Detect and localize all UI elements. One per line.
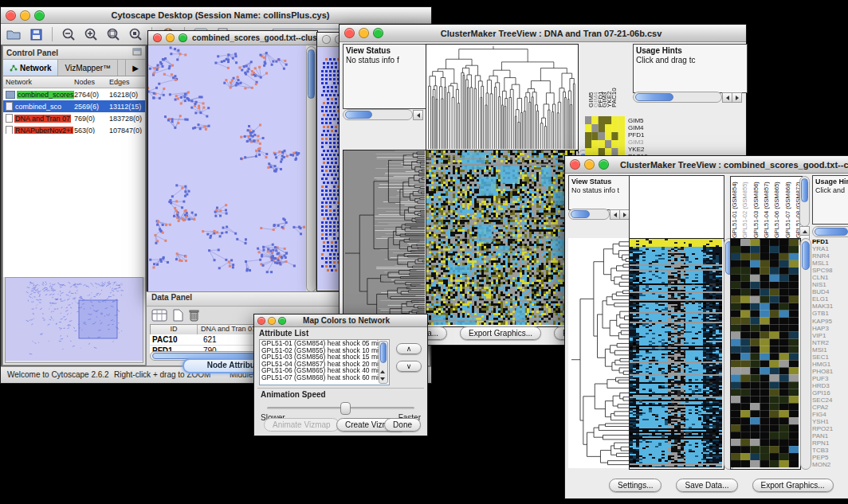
slider-thumb[interactable] <box>340 402 351 415</box>
gene-label: YRA1 <box>812 245 848 252</box>
network-overview-canvas[interactable] <box>6 278 143 361</box>
row-dendrogram-panel[interactable] <box>568 238 629 468</box>
network-canvas[interactable] <box>148 45 306 291</box>
animate-vizmap-button[interactable]: Animate Vizmap <box>264 418 340 432</box>
scroll-up-button[interactable] <box>380 370 385 373</box>
zoom-fit-button[interactable] <box>104 25 123 43</box>
gene-label: GTB1 <box>812 310 848 317</box>
window-controls[interactable] <box>1 10 49 21</box>
main-window-title: Cytoscape Desktop (Session Name: collins… <box>49 10 391 20</box>
save-button[interactable] <box>26 25 45 43</box>
network-overview-panel[interactable] <box>5 277 143 363</box>
move-down-button[interactable]: ∨ <box>396 361 422 372</box>
attribute-list-item[interactable]: GPL51-07 (GSM868) heat shock 60 min <box>260 374 389 381</box>
network-vscrollbar[interactable] <box>306 46 316 292</box>
minimize-icon[interactable] <box>268 317 276 325</box>
row-dendrogram-panel[interactable] <box>343 150 427 327</box>
treeview2-titlebar[interactable]: ClusterMaker TreeView : combined_scores_… <box>565 156 848 174</box>
gene-label: HMG1 <box>812 361 848 368</box>
zoom-selected-button[interactable] <box>126 25 145 43</box>
column-dendrogram-panel[interactable] <box>426 44 579 151</box>
new-attribute-icon[interactable] <box>172 309 183 325</box>
treeview2-button[interactable]: Save Data... <box>676 479 737 492</box>
zoom-window-icon[interactable] <box>179 33 187 42</box>
delete-attribute-icon[interactable] <box>188 309 199 325</box>
detail-heatmap-panel[interactable] <box>730 238 801 470</box>
gene-label: MSI1 <box>812 346 848 354</box>
treeview2-window: ClusterMaker TreeView : combined_scores_… <box>564 155 848 499</box>
tab-network[interactable]: Network <box>3 60 58 76</box>
scroll-left-button[interactable] <box>413 110 423 120</box>
gene-label: TCB3 <box>812 447 848 454</box>
view-status-panel: View Status No status info t <box>568 175 632 210</box>
treeview1-titlebar[interactable]: ClusterMaker TreeView : DNA and Tran 07-… <box>340 25 746 42</box>
gene-label: HRD3 <box>812 382 848 389</box>
column-dendrogram-panel[interactable] <box>629 175 724 239</box>
network-table-row[interactable]: combined_scores 2764(0) 16218(0) <box>3 88 145 100</box>
attribute-list-label: Attribute List <box>259 329 308 338</box>
network-table-row[interactable]: DNA and Tran 07 769(0) 183728(0) <box>3 112 145 124</box>
dialog-titlebar[interactable]: Map Colors to Network <box>254 315 427 327</box>
gene-label: RPO21 <box>812 425 848 432</box>
close-icon[interactable] <box>570 159 580 170</box>
tab-vizmapper[interactable]: VizMapper™ <box>58 60 118 76</box>
heatmap-panel[interactable] <box>426 150 579 327</box>
done-button[interactable]: Done <box>384 418 421 432</box>
zoom-in-button[interactable] <box>81 25 100 43</box>
control-panel-title: Control Panel <box>6 49 58 57</box>
zoom-window-icon[interactable] <box>599 159 609 170</box>
experiment-labels-vscrollbar[interactable] <box>799 176 810 227</box>
zoom-window-icon[interactable] <box>373 28 383 38</box>
select-attributes-icon[interactable] <box>151 309 167 325</box>
gene-label: SEC24 <box>812 397 848 404</box>
network-view-titlebar[interactable]: combined_scores_good.txt--cluste... <box>148 31 317 45</box>
treeview2-button[interactable]: Settings... <box>609 479 662 492</box>
treeview1-title: ClusterMaker TreeView : DNA and Tran 07-… <box>388 29 714 38</box>
dialog-title: Map Colors to Network <box>289 316 403 325</box>
toolbar-separator <box>52 27 53 41</box>
main-titlebar[interactable]: Cytoscape Desktop (Session Name: collins… <box>1 7 431 24</box>
animation-speed-label: Animation Speed <box>261 390 326 399</box>
gene-label-list: PFD1YRA1RNR4MSL1SPC98CLN1NIS1BUD4ELG1MAK… <box>812 238 848 468</box>
treeview2-button[interactable]: Export Graphics... <box>752 479 834 492</box>
close-icon[interactable] <box>6 10 16 21</box>
gene-label: PFD1 <box>812 238 848 245</box>
attribute-list-vscrollbar[interactable] <box>379 341 388 384</box>
gene-label: SEC1 <box>812 354 848 361</box>
treeview1-status-hscrollbar[interactable] <box>343 109 413 120</box>
zoom-window-icon[interactable] <box>278 317 286 325</box>
animation-speed-slider[interactable] <box>267 407 414 409</box>
minimize-icon[interactable] <box>584 159 595 170</box>
treeview2-usage-hscrollbar[interactable] <box>812 226 848 237</box>
float-panel-icon[interactable] <box>132 48 142 57</box>
tab-overflow-button[interactable]: ▶ <box>125 60 145 76</box>
close-icon[interactable] <box>257 317 265 325</box>
close-icon[interactable] <box>322 35 331 44</box>
attribute-listbox[interactable]: GPL51-01 (GSM854) heat shock 05 minGPL51… <box>259 339 390 385</box>
treeview1-usage-hscrollbar[interactable] <box>633 92 722 103</box>
detail-row-labels: GIM5GIM4PFD1GIM3YKE2PAC10 <box>628 117 648 160</box>
zoom-out-button[interactable] <box>59 25 78 43</box>
gene-label: YSH1 <box>812 418 848 425</box>
treeview2-status-hscrollbar[interactable] <box>568 209 610 220</box>
scroll-right-button[interactable] <box>732 92 742 103</box>
open-file-button[interactable] <box>4 25 23 43</box>
minimize-icon[interactable] <box>20 10 30 21</box>
control-panel: Control Panel Network VizMapper™ ▶ Netwo… <box>2 45 146 365</box>
network-table-row[interactable]: combined_sco 2569(6) 13112(15) <box>3 100 145 112</box>
scroll-down-button[interactable] <box>380 377 385 381</box>
close-icon[interactable] <box>153 33 162 42</box>
minimize-icon[interactable] <box>166 33 175 42</box>
gene-label: PUF3 <box>812 375 848 382</box>
zoom-window-icon[interactable] <box>34 10 45 21</box>
heatmap-panel[interactable] <box>629 238 724 470</box>
gene-label: NTR2 <box>812 339 848 346</box>
gene-label: SPC98 <box>812 267 848 274</box>
close-icon[interactable] <box>344 28 355 38</box>
experiment-column-labels: GPL51-01 (GSM854)GPL51-02 (GSM855)GPL51-… <box>730 176 803 240</box>
gene-label: ELG1 <box>812 295 848 303</box>
treeview1-button[interactable]: Export Graphics... <box>460 326 541 340</box>
detail-heatmap-vscrollbar[interactable] <box>800 238 811 470</box>
move-up-button[interactable]: ∧ <box>396 343 422 354</box>
minimize-icon[interactable] <box>359 28 369 38</box>
